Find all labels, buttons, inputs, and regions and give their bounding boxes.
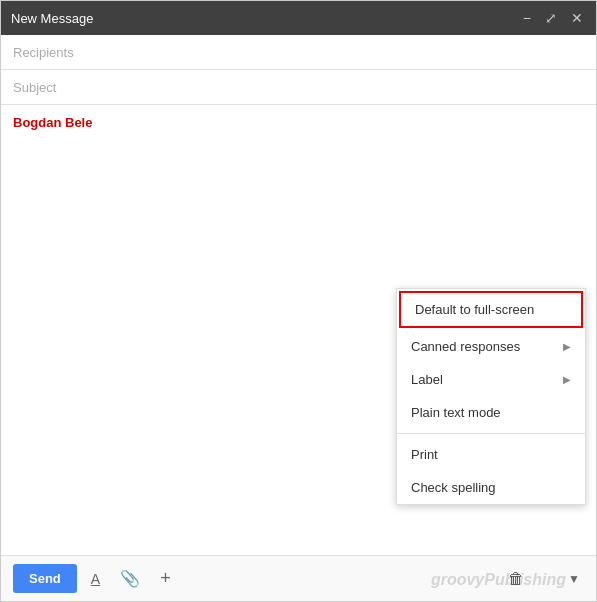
window-title: New Message (11, 11, 93, 26)
subject-row (1, 70, 596, 105)
recipients-input[interactable] (13, 45, 584, 60)
send-button[interactable]: Send (13, 564, 77, 593)
dropdown-item-fullscreen[interactable]: Default to full-screen (399, 291, 583, 328)
attach-icon: 📎 (120, 569, 140, 588)
minimize-button[interactable]: − (520, 11, 534, 25)
dropdown-item-canned-label: Canned responses (411, 339, 520, 354)
toolbar: Send A 📎 + groovyPublishing 🗑 ▼ (1, 555, 596, 601)
dropdown-item-print[interactable]: Print (397, 438, 585, 471)
dropdown-item-spell-label: Check spelling (411, 480, 496, 495)
watermark: groovyPublishing (431, 571, 566, 589)
dropdown-item-plaintext[interactable]: Plain text mode (397, 396, 585, 429)
options-arrow-button[interactable]: ▼ (564, 568, 584, 590)
dropdown-item-print-label: Print (411, 447, 438, 462)
dropdown-item-plaintext-label: Plain text mode (411, 405, 501, 420)
format-icon: A (91, 571, 100, 587)
subject-input[interactable] (13, 80, 584, 95)
sender-name: Bogdan Bele (13, 115, 584, 130)
chevron-down-icon: ▼ (568, 572, 580, 586)
more-icon: + (160, 568, 171, 589)
format-button[interactable]: A (85, 567, 106, 591)
dropdown-item-spell[interactable]: Check spelling (397, 471, 585, 504)
trash-icon: 🗑 (508, 570, 524, 588)
body-area: Bogdan Bele Default to full-screen Canne… (1, 105, 596, 555)
close-button[interactable]: ✕ (568, 11, 586, 25)
more-button[interactable]: + (154, 564, 177, 593)
recipients-row (1, 35, 596, 70)
dropdown-divider (397, 433, 585, 434)
compose-window: New Message − ⤢ ✕ Bogdan Bele Default to… (0, 0, 597, 602)
canned-arrow-icon: ▶ (563, 341, 571, 352)
attach-button[interactable]: 📎 (114, 565, 146, 592)
dropdown-item-label[interactable]: Label ▶ (397, 363, 585, 396)
delete-button[interactable]: 🗑 (502, 566, 530, 592)
title-bar-controls: − ⤢ ✕ (520, 11, 586, 25)
label-arrow-icon: ▶ (563, 374, 571, 385)
dropdown-item-label-text: Label (411, 372, 443, 387)
dropdown-item-fullscreen-label: Default to full-screen (415, 302, 534, 317)
dropdown-menu: Default to full-screen Canned responses … (396, 288, 586, 505)
dropdown-item-canned[interactable]: Canned responses ▶ (397, 330, 585, 363)
expand-button[interactable]: ⤢ (542, 11, 560, 25)
title-bar: New Message − ⤢ ✕ (1, 1, 596, 35)
